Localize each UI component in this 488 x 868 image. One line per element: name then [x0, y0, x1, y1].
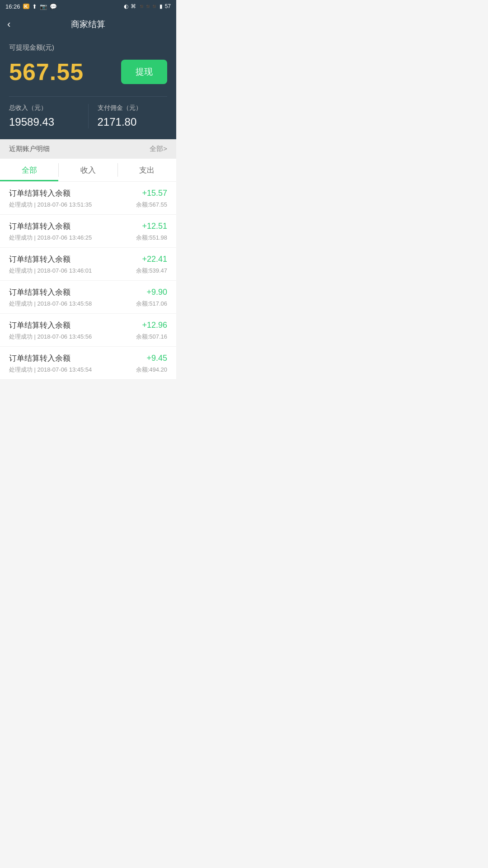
page-title: 商家结算	[71, 19, 105, 30]
battery-icon: ▮	[160, 3, 163, 9]
status-right: ◐ ⌘ ◾◾◾ ▮ 57	[124, 3, 171, 9]
transaction-name: 订单结算转入余额	[9, 353, 70, 363]
transaction-amount: +22.41	[142, 255, 167, 264]
total-income-label: 总收入（元）	[9, 104, 79, 112]
battery-level: 57	[165, 3, 171, 9]
transaction-amount: +9.90	[146, 288, 167, 297]
transaction-name: 订单结算转入余额	[9, 320, 70, 330]
section-more-button[interactable]: 全部>	[150, 145, 167, 153]
k-icon: K	[23, 4, 29, 9]
tab-income[interactable]: 收入	[59, 159, 117, 181]
tab-income-label: 收入	[80, 166, 96, 175]
commission-item: 支付佣金（元） 2171.80	[89, 104, 168, 128]
tab-expense[interactable]: 支出	[118, 159, 176, 181]
transaction-item[interactable]: 订单结算转入余额 +12.51 处理成功 | 2018-07-06 13:46:…	[0, 215, 176, 248]
balance-amount: 567.55	[9, 58, 84, 85]
transaction-balance: 余额:567.55	[136, 201, 167, 209]
withdraw-button[interactable]: 提现	[121, 60, 167, 84]
section-title: 近期账户明细	[9, 145, 50, 153]
transaction-amount: +9.45	[146, 354, 167, 363]
no-disturb-icon: ◐	[124, 3, 128, 9]
transaction-name: 订单结算转入余额	[9, 221, 70, 231]
transaction-balance: 余额:507.16	[136, 333, 167, 341]
status-left: 16:26 K ⬆ 📷 💬	[5, 3, 57, 10]
transaction-item[interactable]: 订单结算转入余额 +9.90 处理成功 | 2018-07-06 13:45:5…	[0, 281, 176, 314]
upload-icon: ⬆	[32, 3, 37, 10]
transaction-balance: 余额:539.47	[136, 267, 167, 275]
total-income-item: 总收入（元） 19589.43	[9, 104, 89, 128]
back-button[interactable]: ‹	[7, 19, 10, 30]
transaction-amount: +12.51	[142, 222, 167, 231]
transaction-item[interactable]: 订单结算转入余额 +12.96 处理成功 | 2018-07-06 13:45:…	[0, 314, 176, 347]
tab-all-label: 全部	[22, 166, 37, 175]
app-header: ‹ 商家结算	[0, 13, 176, 36]
transaction-name: 订单结算转入余额	[9, 188, 70, 198]
transaction-meta: 处理成功 | 2018-07-06 13:46:01	[9, 267, 92, 275]
section-header: 近期账户明细 全部>	[0, 139, 176, 159]
image-icon: 📷	[40, 3, 47, 10]
transaction-amount: +12.96	[142, 321, 167, 330]
total-income-value: 19589.43	[9, 116, 79, 128]
transaction-item[interactable]: 订单结算转入余额 +15.57 处理成功 | 2018-07-06 13:51:…	[0, 182, 176, 215]
wechat-icon: 💬	[50, 3, 57, 10]
transaction-meta: 处理成功 | 2018-07-06 13:45:54	[9, 366, 92, 374]
transaction-meta: 处理成功 | 2018-07-06 13:45:58	[9, 300, 92, 308]
tab-bar: 全部 收入 支出	[0, 159, 176, 182]
stats-row: 总收入（元） 19589.43 支付佣金（元） 2171.80	[9, 96, 167, 128]
status-time: 16:26	[5, 3, 20, 10]
transaction-item[interactable]: 订单结算转入余额 +9.45 处理成功 | 2018-07-06 13:45:5…	[0, 347, 176, 380]
tab-all[interactable]: 全部	[0, 159, 58, 181]
tab-expense-label: 支出	[139, 166, 155, 175]
balance-label: 可提现金额(元)	[9, 43, 167, 52]
transaction-balance: 余额:494.20	[136, 366, 167, 374]
commission-label: 支付佣金（元）	[98, 104, 168, 112]
transaction-item[interactable]: 订单结算转入余额 +22.41 处理成功 | 2018-07-06 13:46:…	[0, 248, 176, 281]
balance-section: 可提现金额(元) 567.55 提现 总收入（元） 19589.43 支付佣金（…	[0, 36, 176, 139]
transaction-balance: 余额:551.98	[136, 234, 167, 242]
transaction-amount: +15.57	[142, 189, 167, 198]
transaction-meta: 处理成功 | 2018-07-06 13:51:35	[9, 201, 92, 209]
transaction-balance: 余额:517.06	[136, 300, 167, 308]
transaction-meta: 处理成功 | 2018-07-06 13:45:56	[9, 333, 92, 341]
commission-value: 2171.80	[98, 116, 168, 128]
signal-icon: ◾◾◾	[138, 3, 157, 9]
transaction-meta: 处理成功 | 2018-07-06 13:46:25	[9, 234, 92, 242]
transaction-name: 订单结算转入余额	[9, 287, 70, 297]
transaction-list: 订单结算转入余额 +15.57 处理成功 | 2018-07-06 13:51:…	[0, 182, 176, 380]
wifi-icon: ⌘	[131, 3, 136, 9]
status-bar: 16:26 K ⬆ 📷 💬 ◐ ⌘ ◾◾◾ ▮ 57	[0, 0, 176, 13]
transaction-name: 订单结算转入余额	[9, 254, 70, 264]
balance-row: 567.55 提现	[9, 58, 167, 85]
